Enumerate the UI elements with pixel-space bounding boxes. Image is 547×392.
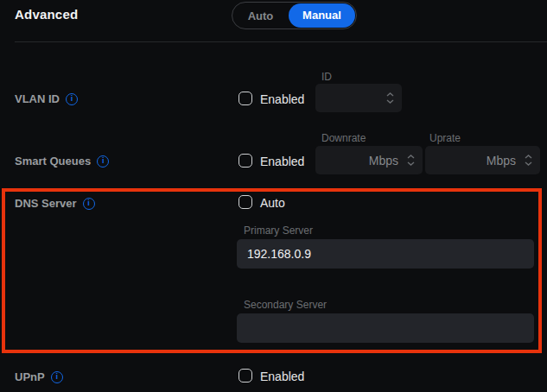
stepper-icon[interactable] — [523, 155, 533, 166]
smart-queues-enabled-label: Enabled — [260, 155, 304, 168]
vlan-enabled-label: Enabled — [260, 92, 304, 106]
dns-server-label: DNS Server i — [15, 196, 95, 211]
secondary-server-field-label: Secondary Server — [244, 299, 327, 311]
upnp-label-text: UPnP — [15, 370, 45, 383]
secondary-server-input[interactable] — [237, 313, 534, 343]
dns-server-label-text: DNS Server — [15, 197, 77, 210]
uprate-input[interactable]: Mbps — [425, 146, 540, 174]
vlan-id-input[interactable] — [315, 84, 402, 112]
page-title: Advanced — [15, 7, 78, 22]
dns-auto-checkbox[interactable] — [239, 195, 252, 209]
dns-auto-label: Auto — [260, 196, 285, 210]
downrate-unit: Mbps — [369, 154, 398, 168]
vlan-id-label: VLAN ID i — [15, 92, 78, 106]
auto-manual-toggle[interactable]: Auto Manual — [232, 2, 357, 29]
upnp-label: UPnP i — [15, 370, 63, 384]
info-icon[interactable]: i — [51, 371, 63, 383]
advanced-settings-panel: Advanced Auto Manual VLAN ID i Enabled I… — [0, 0, 547, 392]
stepper-icon[interactable] — [385, 92, 395, 104]
info-icon[interactable]: i — [66, 93, 78, 105]
upnp-enabled-label: Enabled — [260, 370, 304, 383]
primary-server-field-label: Primary Server — [244, 224, 313, 237]
vlan-enabled-checkbox[interactable] — [239, 92, 252, 105]
smart-queues-enabled-checkbox[interactable] — [239, 154, 252, 168]
section-divider — [15, 41, 547, 42]
downrate-field-label: Downrate — [321, 132, 366, 144]
uprate-field-label: Uprate — [429, 132, 461, 144]
vlan-id-label-text: VLAN ID — [15, 92, 60, 105]
info-icon[interactable]: i — [83, 198, 95, 210]
vlan-id-field-label: ID — [321, 71, 332, 83]
toggle-option-manual[interactable]: Manual — [289, 3, 355, 28]
upnp-enabled-checkbox[interactable] — [239, 369, 252, 383]
toggle-option-auto[interactable]: Auto — [232, 9, 289, 22]
smart-queues-label-text: Smart Queues — [15, 155, 91, 168]
smart-queues-label: Smart Queues i — [15, 154, 109, 168]
downrate-input[interactable]: Mbps — [315, 146, 423, 174]
uprate-unit: Mbps — [487, 154, 516, 168]
stepper-icon[interactable] — [405, 155, 416, 166]
primary-server-input[interactable] — [237, 239, 534, 269]
info-icon[interactable]: i — [97, 155, 109, 168]
